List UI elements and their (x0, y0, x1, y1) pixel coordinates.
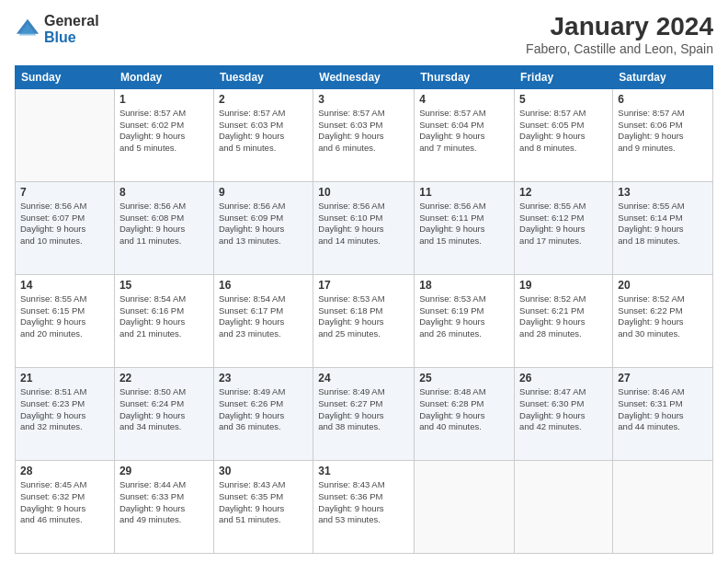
table-row: 31Sunrise: 8:43 AM Sunset: 6:36 PM Dayli… (313, 460, 415, 553)
main-title: January 2024 (526, 13, 713, 41)
table-row: 8Sunrise: 8:56 AM Sunset: 6:08 PM Daylig… (114, 181, 213, 274)
day-detail: Sunrise: 8:49 AM Sunset: 6:27 PM Dayligh… (318, 386, 409, 433)
table-row: 5Sunrise: 8:57 AM Sunset: 6:05 PM Daylig… (515, 88, 613, 181)
day-number: 2 (219, 93, 308, 106)
col-monday: Monday (114, 65, 213, 88)
day-number: 21 (20, 372, 109, 385)
day-number: 16 (219, 279, 308, 292)
day-number: 15 (119, 279, 209, 292)
day-number: 8 (119, 186, 209, 199)
table-row (16, 88, 115, 181)
day-detail: Sunrise: 8:47 AM Sunset: 6:30 PM Dayligh… (519, 386, 608, 433)
day-number: 29 (119, 465, 209, 477)
table-row: 13Sunrise: 8:55 AM Sunset: 6:14 PM Dayli… (613, 181, 713, 274)
day-detail: Sunrise: 8:52 AM Sunset: 6:21 PM Dayligh… (519, 293, 608, 340)
table-row (515, 460, 613, 553)
table-row: 15Sunrise: 8:54 AM Sunset: 6:16 PM Dayli… (114, 274, 213, 367)
table-row: 10Sunrise: 8:56 AM Sunset: 6:10 PM Dayli… (313, 181, 415, 274)
day-detail: Sunrise: 8:51 AM Sunset: 6:23 PM Dayligh… (20, 386, 109, 433)
col-sunday: Sunday (16, 65, 115, 88)
table-row (613, 460, 713, 553)
day-detail: Sunrise: 8:48 AM Sunset: 6:28 PM Dayligh… (419, 386, 509, 433)
table-row: 3Sunrise: 8:57 AM Sunset: 6:03 PM Daylig… (313, 88, 415, 181)
col-friday: Friday (515, 65, 613, 88)
table-row: 6Sunrise: 8:57 AM Sunset: 6:06 PM Daylig… (613, 88, 713, 181)
day-detail: Sunrise: 8:57 AM Sunset: 6:06 PM Dayligh… (618, 108, 708, 155)
table-row: 20Sunrise: 8:52 AM Sunset: 6:22 PM Dayli… (613, 274, 713, 367)
table-row: 21Sunrise: 8:51 AM Sunset: 6:23 PM Dayli… (16, 367, 115, 460)
day-detail: Sunrise: 8:44 AM Sunset: 6:33 PM Dayligh… (119, 479, 209, 526)
table-row: 30Sunrise: 8:43 AM Sunset: 6:35 PM Dayli… (213, 460, 313, 553)
day-detail: Sunrise: 8:56 AM Sunset: 6:09 PM Dayligh… (219, 201, 308, 247)
day-detail: Sunrise: 8:56 AM Sunset: 6:08 PM Dayligh… (119, 201, 209, 247)
table-row: 2Sunrise: 8:57 AM Sunset: 6:03 PM Daylig… (213, 88, 313, 181)
calendar-row: 28Sunrise: 8:45 AM Sunset: 6:32 PM Dayli… (16, 460, 713, 553)
table-row: 1Sunrise: 8:57 AM Sunset: 6:02 PM Daylig… (114, 88, 213, 181)
day-number: 27 (618, 372, 708, 385)
col-saturday: Saturday (613, 65, 713, 88)
table-row: 4Sunrise: 8:57 AM Sunset: 6:04 PM Daylig… (415, 88, 515, 181)
day-number: 25 (419, 372, 509, 385)
day-number: 6 (618, 93, 708, 106)
table-row: 12Sunrise: 8:55 AM Sunset: 6:12 PM Dayli… (515, 181, 613, 274)
day-detail: Sunrise: 8:43 AM Sunset: 6:35 PM Dayligh… (219, 479, 308, 526)
calendar-row: 1Sunrise: 8:57 AM Sunset: 6:02 PM Daylig… (16, 88, 713, 181)
day-detail: Sunrise: 8:55 AM Sunset: 6:12 PM Dayligh… (519, 201, 608, 247)
day-detail: Sunrise: 8:54 AM Sunset: 6:17 PM Dayligh… (219, 293, 308, 340)
day-number: 9 (219, 186, 308, 199)
day-number: 24 (318, 372, 409, 385)
day-number: 19 (519, 279, 608, 292)
day-number: 22 (119, 372, 209, 385)
day-detail: Sunrise: 8:49 AM Sunset: 6:26 PM Dayligh… (219, 386, 308, 433)
col-tuesday: Tuesday (213, 65, 313, 88)
day-number: 12 (519, 186, 608, 199)
table-row: 27Sunrise: 8:46 AM Sunset: 6:31 PM Dayli… (613, 367, 713, 460)
title-block: January 2024 Fabero, Castille and Leon, … (526, 13, 713, 56)
day-number: 10 (318, 186, 409, 199)
logo-blue: Blue (44, 29, 76, 45)
day-number: 11 (419, 186, 509, 199)
day-detail: Sunrise: 8:57 AM Sunset: 6:03 PM Dayligh… (318, 108, 409, 155)
day-detail: Sunrise: 8:57 AM Sunset: 6:03 PM Dayligh… (219, 108, 308, 155)
calendar-row: 7Sunrise: 8:56 AM Sunset: 6:07 PM Daylig… (16, 181, 713, 274)
header-row: Sunday Monday Tuesday Wednesday Thursday… (16, 65, 713, 88)
day-detail: Sunrise: 8:53 AM Sunset: 6:19 PM Dayligh… (419, 293, 509, 340)
table-row: 26Sunrise: 8:47 AM Sunset: 6:30 PM Dayli… (515, 367, 613, 460)
header: General Blue January 2024 Fabero, Castil… (15, 13, 713, 56)
table-row: 11Sunrise: 8:56 AM Sunset: 6:11 PM Dayli… (415, 181, 515, 274)
day-detail: Sunrise: 8:53 AM Sunset: 6:18 PM Dayligh… (318, 293, 409, 340)
day-detail: Sunrise: 8:57 AM Sunset: 6:02 PM Dayligh… (119, 108, 209, 155)
table-row: 17Sunrise: 8:53 AM Sunset: 6:18 PM Dayli… (313, 274, 415, 367)
day-detail: Sunrise: 8:55 AM Sunset: 6:15 PM Dayligh… (20, 293, 109, 340)
day-detail: Sunrise: 8:56 AM Sunset: 6:07 PM Dayligh… (20, 201, 109, 247)
table-row: 29Sunrise: 8:44 AM Sunset: 6:33 PM Dayli… (114, 460, 213, 553)
day-number: 13 (618, 186, 708, 199)
logo: General Blue (15, 13, 99, 45)
day-number: 18 (419, 279, 509, 292)
logo-general: General (44, 13, 99, 29)
day-number: 5 (519, 93, 608, 106)
day-detail: Sunrise: 8:50 AM Sunset: 6:24 PM Dayligh… (119, 386, 209, 433)
logo-icon (15, 17, 40, 42)
day-number: 30 (219, 465, 308, 477)
day-number: 26 (519, 372, 608, 385)
table-row: 25Sunrise: 8:48 AM Sunset: 6:28 PM Dayli… (415, 367, 515, 460)
day-detail: Sunrise: 8:55 AM Sunset: 6:14 PM Dayligh… (618, 201, 708, 247)
day-number: 7 (20, 186, 109, 199)
table-row: 16Sunrise: 8:54 AM Sunset: 6:17 PM Dayli… (213, 274, 313, 367)
calendar-page: General Blue January 2024 Fabero, Castil… (0, 0, 728, 563)
table-row: 24Sunrise: 8:49 AM Sunset: 6:27 PM Dayli… (313, 367, 415, 460)
logo-text: General Blue (44, 13, 99, 45)
table-row: 7Sunrise: 8:56 AM Sunset: 6:07 PM Daylig… (16, 181, 115, 274)
day-number: 14 (20, 279, 109, 292)
day-number: 28 (20, 465, 109, 477)
table-row: 23Sunrise: 8:49 AM Sunset: 6:26 PM Dayli… (213, 367, 313, 460)
table-row: 14Sunrise: 8:55 AM Sunset: 6:15 PM Dayli… (16, 274, 115, 367)
calendar-row: 21Sunrise: 8:51 AM Sunset: 6:23 PM Dayli… (16, 367, 713, 460)
day-number: 1 (119, 93, 209, 106)
table-row: 9Sunrise: 8:56 AM Sunset: 6:09 PM Daylig… (213, 181, 313, 274)
day-number: 20 (618, 279, 708, 292)
table-row: 19Sunrise: 8:52 AM Sunset: 6:21 PM Dayli… (515, 274, 613, 367)
day-detail: Sunrise: 8:56 AM Sunset: 6:11 PM Dayligh… (419, 201, 509, 247)
day-detail: Sunrise: 8:46 AM Sunset: 6:31 PM Dayligh… (618, 386, 708, 433)
